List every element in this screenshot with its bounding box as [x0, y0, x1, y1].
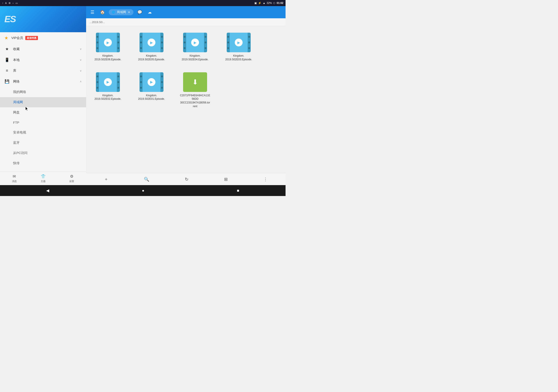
- wifi-icon: ▲: [263, 1, 265, 5]
- play-icon-6: ▶: [148, 78, 155, 86]
- battery-icon: ▣: [254, 1, 257, 5]
- play-icon-5: ▶: [104, 78, 112, 86]
- search-button[interactable]: 🔍: [140, 174, 154, 184]
- theme-icon: 👕: [41, 174, 45, 179]
- vip-badge: 超值特惠: [25, 36, 38, 40]
- film-strip-left: [96, 33, 99, 52]
- sidebar-item-bluetooth[interactable]: 蓝牙: [0, 138, 86, 148]
- settings-button[interactable]: ⚙ 设置: [57, 172, 86, 185]
- film-strip-left-2: [140, 33, 143, 52]
- grid-view-button[interactable]: ⊞: [220, 174, 232, 184]
- sidebar-item-network[interactable]: 💾 网络 ∧: [0, 76, 86, 87]
- recent-button[interactable]: ■: [235, 186, 242, 195]
- lan-tab-label: 局域网: [117, 10, 126, 14]
- sidebar-item-lan[interactable]: 局域网: [0, 97, 86, 107]
- file-item-s02e03[interactable]: ▶ Kingdom.2019.S02E03.Episode.: [221, 31, 256, 64]
- library-chevron: ∨: [80, 69, 82, 72]
- network-chevron: ∧: [80, 80, 82, 83]
- sidebar-item-my-network[interactable]: 我的网络: [0, 87, 86, 97]
- file-item-s02e02[interactable]: ▶ Kingdom.2019.S02E02.Episode.: [90, 70, 125, 111]
- back-button[interactable]: ◀: [44, 186, 52, 195]
- chat-button[interactable]: 💬: [136, 9, 144, 16]
- status-icon-5: ▭: [16, 2, 18, 5]
- file-item-torrent[interactable]: ⬇ C2071FF64E6A9ACA11E56DD30CC2331947A1B0…: [178, 70, 212, 111]
- battery-percent: 32%: [267, 1, 272, 5]
- status-bar: ↑ A ⚙ ○ ▭ ▣ ⚡ ▲ 32% ⬡ 01:02: [0, 0, 286, 6]
- sidebar-item-local[interactable]: 📱 本地 ∨: [0, 54, 86, 65]
- sidebar-item-android-tv[interactable]: 安卓电视: [0, 128, 86, 138]
- film-strip-left-6: [140, 72, 143, 92]
- film-strip-right-2: [160, 33, 164, 52]
- film-strip-right-4: [248, 33, 251, 52]
- time: 01:02: [277, 1, 283, 5]
- film-strip-left-5: [96, 72, 99, 92]
- breadcrumb-path: ...2019.S0...: [90, 20, 105, 24]
- home-button[interactable]: 🏠: [98, 9, 107, 16]
- sidebar-item-library[interactable]: ≡ 库 ∨: [0, 65, 86, 76]
- home-nav-button[interactable]: ●: [140, 186, 147, 195]
- top-bar: ☰ 🏠 🌐 局域网 ✕ 💬 ☁: [86, 6, 286, 18]
- file-thumb-s02e02: ▶: [96, 72, 120, 92]
- android-tv-label: 安卓电视: [13, 130, 26, 135]
- cloud-label: 网盘: [13, 111, 20, 115]
- sidebar-item-tools[interactable]: 🔧 工具 ∨: [0, 168, 86, 172]
- message-label: 消息: [12, 180, 17, 183]
- file-item-s02e05[interactable]: ▶ Kingdom.2019.S02E05.Episode.: [134, 31, 169, 64]
- file-item-s02e04[interactable]: ▶ Kingdom.2019.S02E04.Episode.: [178, 31, 212, 64]
- file-grid: ▶ Kingdom.2019.S02E06.Episode.: [86, 26, 286, 173]
- file-item-s02e06[interactable]: ▶ Kingdom.2019.S02E06.Episode.: [90, 31, 125, 64]
- play-icon-2: ▶: [148, 39, 155, 46]
- file-name-torrent: C2071FF64E6A9ACA11E56DD30CC2331947A1B056…: [180, 94, 210, 108]
- file-name-s02e02: Kingdom.2019.S02E02.Episode.: [95, 94, 122, 101]
- theme-label: 主题: [41, 180, 45, 183]
- battery-bar: ⬡: [273, 2, 275, 5]
- film-strip-right-6: [160, 72, 164, 92]
- film-strip-right-3: [204, 33, 207, 52]
- file-name-s02e04: Kingdom.2019.S02E04.Episode.: [182, 54, 209, 61]
- sidebar: ES ★ VIP会员 超值特惠 ★ 收藏 ∨ 📱 本地 ∨ ≡: [0, 6, 86, 185]
- file-name-s02e06: Kingdom.2019.S02E06.Episode.: [95, 54, 122, 61]
- status-icon-4: ○: [12, 2, 14, 4]
- settings-label: 设置: [69, 180, 74, 183]
- refresh-button[interactable]: ↻: [181, 174, 193, 184]
- lan-label: 局域网: [13, 100, 23, 104]
- sidebar-item-cloud[interactable]: 网盘: [0, 107, 86, 118]
- file-item-s02e01[interactable]: ▶ Kingdom.2019.S02E01.Episode.: [134, 70, 169, 111]
- sidebar-toolbar: ✉ 消息 👕 主题 ⚙ 设置: [0, 172, 86, 185]
- file-name-s02e03: Kingdom.2019.S02E03.Episode.: [225, 54, 252, 61]
- bluetooth-icon: ⚡: [258, 1, 261, 5]
- status-icon-2: A: [5, 2, 7, 4]
- ftp-label: FTP: [13, 121, 19, 124]
- theme-button[interactable]: 👕 主题: [29, 172, 58, 185]
- local-chevron: ∨: [80, 58, 82, 61]
- pc-access-label: 从PC访问: [13, 151, 27, 155]
- menu-button[interactable]: ☰: [89, 8, 96, 17]
- breadcrumb: ...2019.S0...: [86, 18, 286, 26]
- my-network-label: 我的网络: [13, 90, 26, 94]
- library-icon: ≡: [4, 68, 9, 73]
- status-icon-3: ⚙: [9, 2, 11, 5]
- cloud-button[interactable]: ☁: [146, 9, 153, 16]
- sidebar-item-ftp[interactable]: FTP: [0, 118, 86, 128]
- sidebar-content: ★ VIP会员 超值特惠 ★ 收藏 ∨ 📱 本地 ∨ ≡ 库 ∨: [0, 32, 86, 172]
- file-thumb-s02e03: ▶: [227, 33, 251, 52]
- lan-tab-icon: 🌐: [112, 11, 115, 14]
- sidebar-item-fast-transfer[interactable]: 快传: [0, 158, 86, 168]
- lan-tab-close[interactable]: ✕: [128, 10, 130, 14]
- film-strip-left-3: [183, 33, 186, 52]
- message-button[interactable]: ✉ 消息: [0, 172, 29, 185]
- message-icon: ✉: [13, 174, 16, 179]
- content-area: ☰ 🏠 🌐 局域网 ✕ 💬 ☁ ...2019.S0...: [86, 6, 286, 185]
- more-options-button[interactable]: ⋮: [259, 174, 272, 184]
- settings-icon: ⚙: [70, 174, 73, 179]
- sidebar-item-favorites[interactable]: ★ 收藏 ∨: [0, 43, 86, 54]
- sidebar-item-vip[interactable]: ★ VIP会员 超值特惠: [0, 32, 86, 43]
- favorites-label: 收藏: [13, 47, 20, 51]
- file-thumb-s02e01: ▶: [140, 72, 164, 92]
- add-button[interactable]: ＋: [100, 174, 113, 184]
- sidebar-item-pc-access[interactable]: 从PC访问: [0, 148, 86, 158]
- play-icon-3: ▶: [191, 39, 199, 46]
- lan-tab[interactable]: 🌐 局域网 ✕: [109, 9, 133, 15]
- file-thumb-s02e05: ▶: [140, 33, 164, 52]
- sidebar-header: ES: [0, 6, 86, 32]
